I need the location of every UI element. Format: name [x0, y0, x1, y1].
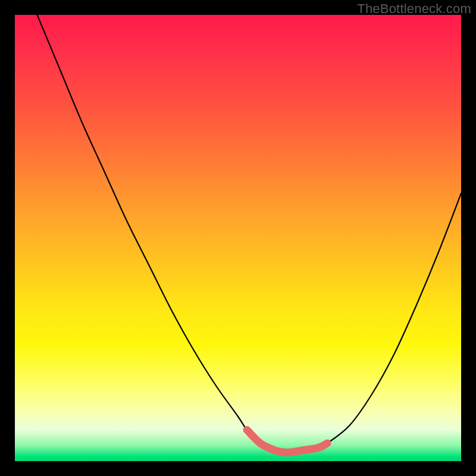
- curve-svg: [15, 15, 461, 461]
- watermark-text: TheBottleneck.com: [357, 1, 471, 17]
- bottleneck-curve-line: [37, 15, 462, 452]
- plot-area: [15, 15, 461, 461]
- optimal-range-highlight: [247, 430, 327, 453]
- chart-frame: TheBottleneck.com: [0, 0, 476, 476]
